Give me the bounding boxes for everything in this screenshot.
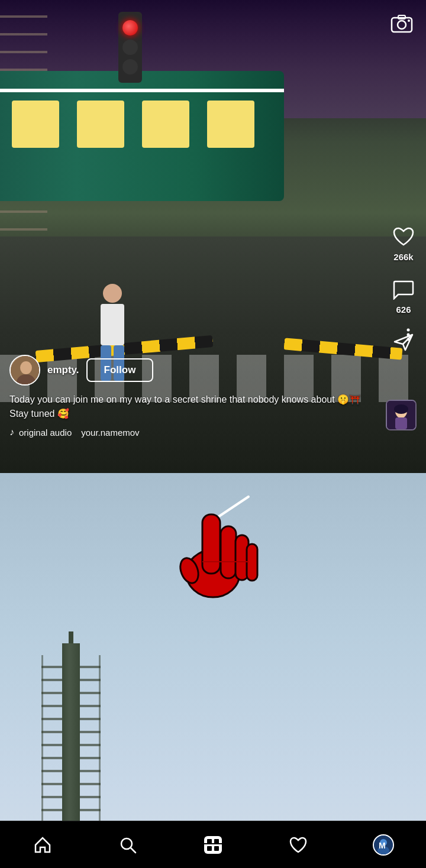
person-head — [103, 284, 122, 303]
svg-rect-25 — [207, 839, 212, 844]
nav-profile[interactable]: M — [360, 827, 407, 863]
train-window-3 — [142, 101, 189, 148]
nav-home[interactable] — [19, 827, 66, 863]
light-red — [122, 20, 138, 35]
reel-info: empty. Follow Today you can join me on m… — [0, 355, 379, 438]
caption: Today you can join me on my way to a sec… — [9, 393, 369, 421]
username[interactable]: empty. — [47, 364, 79, 376]
like-count: 266k — [393, 252, 413, 262]
nav-search[interactable] — [104, 827, 151, 863]
comment-button[interactable]: 626 — [390, 276, 417, 315]
svg-point-1 — [398, 21, 406, 29]
audio-thumb-image — [387, 401, 415, 429]
heart-nav-icon — [289, 835, 308, 854]
follow-button[interactable]: Follow — [86, 358, 154, 382]
svg-rect-26 — [214, 839, 219, 844]
comment-icon — [390, 276, 417, 302]
audio-row[interactable]: ♪ original audio your.namemov — [9, 427, 369, 438]
svg-point-3 — [408, 20, 410, 22]
train-stripe — [0, 89, 284, 92]
audio-thumbnail[interactable] — [386, 400, 417, 430]
music-note-icon: ♪ — [9, 427, 14, 438]
svg-point-10 — [394, 404, 408, 414]
audio-creator-name: your.namemov — [81, 427, 139, 438]
search-icon — [118, 835, 137, 854]
train-window-4 — [207, 101, 254, 148]
svg-point-5 — [407, 329, 410, 332]
svg-line-23 — [131, 848, 135, 853]
reels-icon — [202, 834, 224, 856]
svg-point-7 — [407, 338, 410, 341]
nav-reels[interactable] — [189, 827, 237, 863]
more-options-button[interactable] — [400, 326, 417, 343]
light-green — [122, 59, 138, 75]
bottom-nav: M — [0, 821, 426, 868]
profile-avatar-nav: M — [373, 834, 394, 856]
camera-icon[interactable] — [389, 12, 414, 37]
light-yellow — [122, 40, 138, 55]
svg-text:M: M — [379, 841, 386, 850]
home-icon — [33, 835, 52, 854]
user-row: empty. Follow — [9, 355, 369, 386]
avatar-image — [11, 356, 39, 384]
reel-second[interactable] — [0, 473, 426, 868]
svg-rect-24 — [204, 836, 222, 854]
svg-rect-28 — [214, 846, 219, 851]
heart-icon — [390, 224, 417, 250]
reel-container: 266k 626 — [0, 0, 426, 868]
svg-point-13 — [20, 361, 32, 374]
train — [0, 71, 284, 201]
train-window-1 — [12, 101, 59, 148]
person-body — [101, 304, 124, 345]
audio-text: original audio — [19, 427, 72, 438]
svg-rect-27 — [207, 846, 212, 851]
like-button[interactable]: 266k — [390, 224, 417, 262]
reel-first[interactable]: 266k 626 — [0, 0, 426, 473]
avatar[interactable] — [9, 355, 40, 386]
traffic-light — [118, 12, 142, 83]
comment-count: 626 — [396, 305, 411, 315]
svg-rect-11 — [395, 417, 407, 429]
nav-likes[interactable] — [275, 827, 322, 863]
train-window-2 — [77, 101, 124, 148]
svg-point-6 — [407, 333, 410, 336]
